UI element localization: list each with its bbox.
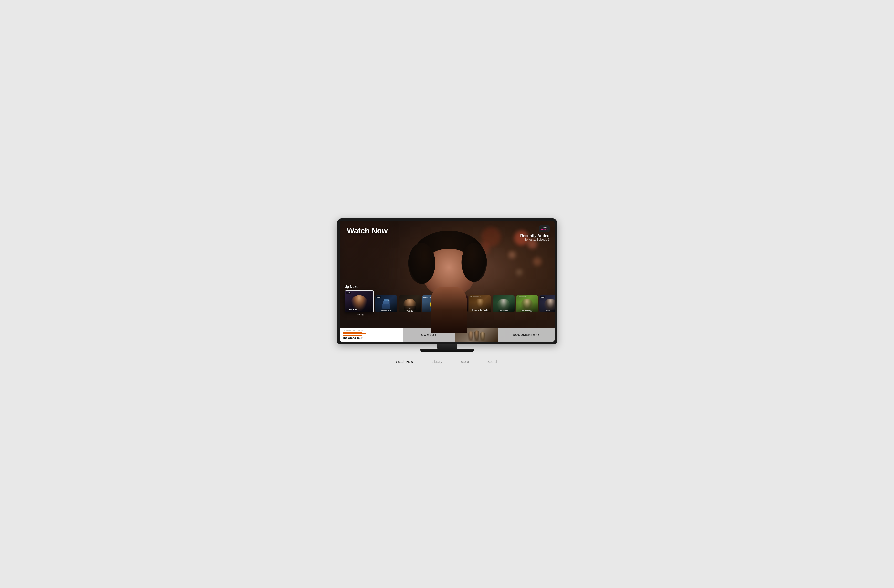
onemiss-title: One Mississippi bbox=[517, 310, 537, 312]
doctor-who-title: DOCTOR WHO bbox=[376, 310, 397, 312]
nav-watch-now[interactable]: Watch Now bbox=[394, 359, 415, 365]
tv-stand-neck bbox=[437, 344, 457, 349]
fleabag-bbc-label: BBC bbox=[346, 292, 351, 294]
nav-store[interactable]: Store bbox=[459, 359, 471, 365]
category-grand-tour[interactable]: AMAZON ORIGINAL The Grand Tour bbox=[340, 327, 403, 342]
recently-added-subtitle: Series 1, Episode 1 bbox=[520, 238, 550, 241]
fleabag-title: FLEABAG bbox=[346, 309, 358, 311]
bbc-text: BBC bbox=[542, 226, 547, 228]
fleabag-subtitle: Fleabag bbox=[344, 314, 375, 316]
nav-search[interactable]: Search bbox=[485, 359, 500, 365]
louis-bbc-label: BBC bbox=[540, 296, 545, 298]
gt-title-text: The Grand Tour bbox=[343, 336, 362, 339]
recently-added-info: Recently Added Series 1, Episode 1 bbox=[520, 234, 550, 241]
recently-added-title: Recently Added bbox=[520, 234, 550, 238]
thumb-doctor-who[interactable]: BBC DOCTOR WHO bbox=[375, 296, 397, 312]
onemiss-amazon-label: AMAZON ORIGINAL bbox=[517, 296, 527, 297]
louis-title: LOUIS THEROUX bbox=[541, 310, 554, 312]
comedy-label: COMEDY bbox=[421, 333, 436, 336]
tv-frame: Watch Now BBC iPlayer Recently Added Ser… bbox=[337, 219, 557, 344]
watch-now-title: Watch Now bbox=[347, 226, 388, 235]
tv-stand-base bbox=[420, 349, 474, 352]
gt-amazon-text: AMAZON ORIGINAL bbox=[343, 330, 364, 332]
doctor-who-bbc-label: BBC bbox=[376, 296, 381, 298]
thumb-hampstead[interactable]: Hampstead bbox=[492, 296, 515, 312]
thumb-fleabag[interactable]: BBC FLEABAG bbox=[344, 291, 374, 312]
iplayer-text: iPlayer bbox=[541, 228, 548, 231]
tv-screen: Watch Now BBC iPlayer Recently Added Ser… bbox=[340, 221, 554, 342]
hampstead-title: Hampstead bbox=[494, 310, 513, 312]
nav-library[interactable]: Library bbox=[430, 359, 444, 365]
bbc-iplayer-badge[interactable]: BBC iPlayer bbox=[539, 225, 550, 232]
thumb-louis-theroux[interactable]: BBC LOUIS THEROUX bbox=[539, 296, 554, 312]
app-wrapper: Watch Now BBC iPlayer Recently Added Ser… bbox=[337, 219, 557, 369]
bottom-navigation: Watch Now Library Store Search bbox=[394, 359, 500, 369]
thumb-one-mississippi[interactable]: AMAZON ORIGINAL One Mississippi bbox=[516, 296, 538, 312]
documentary-label: DOCUMENTARY bbox=[513, 333, 540, 336]
category-documentary[interactable]: DOCUMENTARY bbox=[498, 327, 554, 342]
grand-tour-logo: AMAZON ORIGINAL The Grand Tour bbox=[343, 330, 366, 339]
gt-bars bbox=[343, 332, 366, 336]
hero-figure bbox=[404, 231, 494, 333]
